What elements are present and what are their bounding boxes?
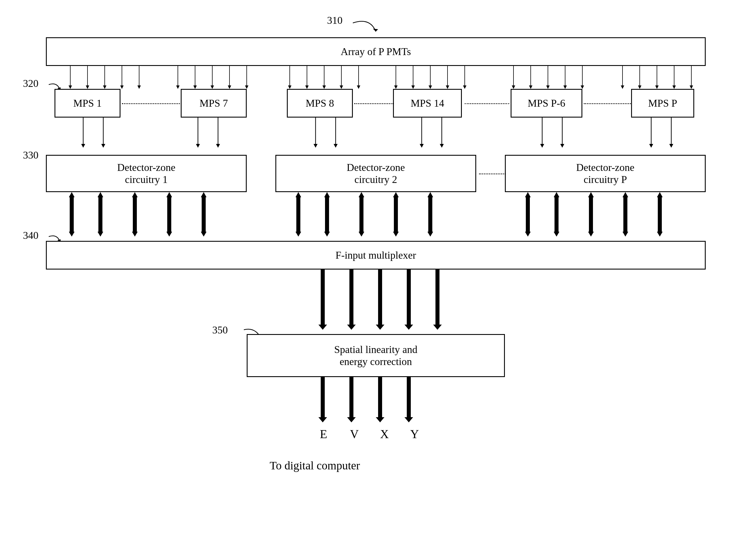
svg-marker-52	[563, 85, 567, 89]
detector2-box: Detector-zone circuitry 2	[275, 155, 476, 192]
svg-marker-36	[394, 85, 397, 89]
svg-marker-92	[98, 192, 103, 197]
svg-marker-84	[560, 144, 564, 148]
svg-marker-109	[324, 232, 330, 237]
svg-marker-130	[622, 232, 628, 237]
detectorp-label: Detector-zone circuitry P	[576, 161, 634, 186]
svg-marker-66	[81, 144, 85, 148]
svg-marker-88	[669, 144, 673, 148]
array-pmts-box: Array of P PMTs	[46, 37, 706, 66]
mpsp-label: MPS P	[648, 97, 677, 109]
arrow-310	[336, 14, 382, 37]
svg-marker-121	[525, 232, 531, 237]
svg-marker-58	[638, 85, 641, 89]
output-e: E	[320, 427, 327, 441]
svg-marker-151	[405, 417, 413, 422]
svg-marker-28	[305, 85, 309, 89]
svg-rect-120	[526, 197, 530, 232]
svg-marker-78	[420, 144, 424, 148]
detector2-label: Detector-zone circuitry 2	[346, 161, 405, 186]
svg-marker-82	[540, 144, 544, 148]
mps14-label: MPS 14	[411, 97, 444, 109]
svg-rect-117	[428, 197, 432, 232]
svg-marker-145	[318, 417, 327, 422]
diagram: 310 Array of P PMTs 320 330 340 350	[17, 11, 729, 548]
svg-marker-91	[69, 232, 75, 237]
svg-marker-42	[446, 85, 449, 89]
array-pmts-label: Array of P PMTs	[340, 46, 411, 58]
detector1-box: Detector-zone circuitry 1	[46, 155, 247, 192]
svg-marker-60	[655, 85, 659, 89]
mpsp6-label: MPS P-6	[527, 97, 565, 109]
footer-label: To digital computer	[269, 459, 360, 472]
svg-marker-72	[216, 144, 220, 148]
dotted-mpsp6-mpsp	[584, 103, 633, 104]
svg-marker-56	[621, 85, 624, 89]
svg-marker-54	[581, 85, 584, 89]
detector1-label: Detector-zone circuitry 1	[117, 161, 175, 186]
svg-marker-119	[525, 192, 531, 197]
svg-marker-139	[376, 325, 384, 330]
bidir-det2-mux	[281, 192, 470, 241]
svg-marker-50	[546, 85, 550, 89]
arrows-mps8-det2	[301, 117, 359, 155]
svg-marker-46	[512, 85, 515, 89]
svg-rect-114	[394, 197, 398, 232]
svg-marker-141	[405, 325, 413, 330]
svg-marker-62	[672, 85, 676, 89]
svg-marker-116	[428, 192, 433, 197]
svg-marker-38	[411, 85, 415, 89]
svg-marker-14	[137, 85, 141, 89]
svg-marker-122	[553, 192, 559, 197]
svg-marker-112	[359, 232, 364, 237]
svg-marker-80	[440, 144, 444, 148]
svg-rect-142	[435, 269, 439, 325]
spatial-label: Spatial linearity and energy correction	[334, 344, 417, 368]
multiplexer-box: F-input multiplexer	[46, 241, 706, 269]
svg-rect-90	[70, 197, 74, 232]
svg-rect-102	[202, 197, 206, 232]
svg-marker-32	[340, 85, 343, 89]
svg-marker-22	[228, 85, 231, 89]
mpsp-box: MPS P	[631, 89, 694, 117]
mps1-label: MPS 1	[73, 97, 102, 109]
arrows-mps1-det1	[69, 117, 126, 155]
svg-rect-111	[359, 197, 363, 232]
svg-marker-16	[176, 85, 180, 89]
bidir-det1-mux	[54, 192, 244, 241]
svg-marker-98	[166, 192, 172, 197]
svg-marker-137	[347, 325, 356, 330]
svg-rect-108	[325, 197, 329, 232]
mps7-label: MPS 7	[199, 97, 228, 109]
svg-rect-96	[133, 197, 137, 232]
svg-rect-93	[98, 197, 102, 232]
svg-marker-106	[295, 232, 301, 237]
mps8-box: MPS 8	[287, 89, 353, 117]
svg-marker-30	[323, 85, 326, 89]
svg-marker-86	[649, 144, 653, 148]
svg-marker-34	[357, 85, 360, 89]
svg-marker-143	[433, 325, 442, 330]
thick-arrows-spatial-output	[310, 377, 453, 429]
svg-marker-8	[86, 85, 89, 89]
arrows-mps14-det2	[407, 117, 465, 155]
svg-marker-76	[334, 144, 338, 148]
output-v: V	[350, 427, 359, 441]
svg-marker-6	[69, 85, 72, 89]
output-y: Y	[410, 427, 419, 441]
spatial-box: Spatial linearity and energy correction	[247, 334, 505, 377]
svg-rect-129	[623, 197, 627, 232]
svg-rect-144	[321, 377, 325, 419]
svg-marker-104	[295, 192, 301, 197]
svg-rect-138	[378, 269, 382, 325]
svg-marker-95	[132, 192, 138, 197]
ref-350: 350	[212, 324, 228, 336]
svg-marker-133	[657, 232, 663, 237]
dotted-group2-group3	[465, 103, 509, 104]
output-x: X	[380, 427, 389, 441]
svg-rect-150	[407, 377, 411, 419]
svg-marker-118	[428, 232, 433, 237]
svg-rect-134	[321, 269, 325, 325]
svg-marker-68	[101, 144, 105, 148]
detectorp-box: Detector-zone circuitry P	[505, 155, 706, 192]
